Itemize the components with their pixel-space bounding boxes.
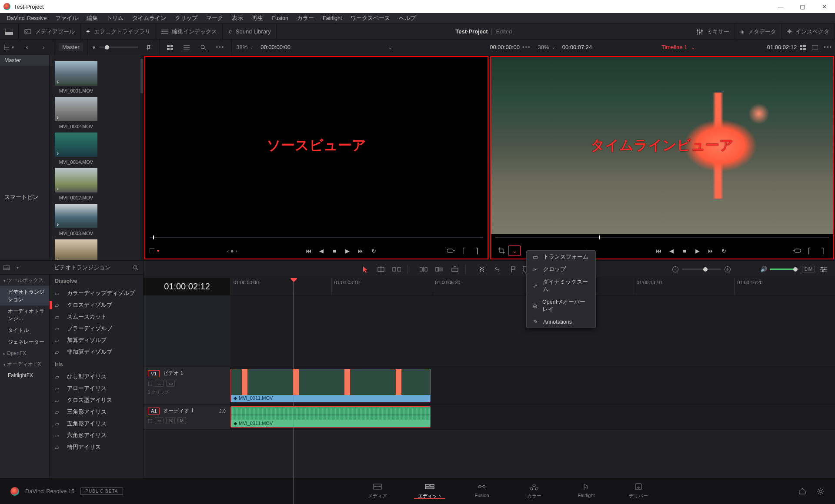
search-button[interactable] [197,42,209,53]
inspector-toggle[interactable]: ✥インスペクタ [782,24,835,39]
clip-thumb[interactable]: ♪MVI_0003.MOV [55,204,97,236]
monitor-volume[interactable]: 🔊 [760,266,800,272]
tl-match[interactable] [791,245,803,256]
tl-prev[interactable]: ◀ [665,245,678,256]
page-Fairlight[interactable]: Fairlight [560,483,612,498]
thumb-view[interactable] [164,42,176,53]
tool-link[interactable] [491,263,504,275]
src-scrubber[interactable] [145,234,488,243]
fx-item[interactable]: ▱楕円アイリス [50,441,143,453]
tl-play[interactable]: ▶ [691,245,704,256]
more-menu[interactable]: ••• [214,44,227,50]
edit-index-toggle[interactable]: 編集インデックス [156,24,223,39]
fx-item[interactable]: ▱ブラーディゾルブ [50,323,143,335]
src-mark-in[interactable]: ⎡ [458,245,470,256]
v1-auto[interactable]: ▭ [155,380,164,387]
menu-4[interactable]: タイムライン [128,13,170,23]
settings-button[interactable] [817,487,825,495]
menu-8[interactable]: 再生 [247,13,267,23]
home-button[interactable] [798,487,806,495]
dd-item[interactable]: ▭トランスフォーム [527,251,595,263]
playhead[interactable] [294,281,294,504]
src-overlay-toggle[interactable]: ▾ [150,245,162,256]
clip-thumb[interactable]: ♪MVI_0002.MOV [55,97,97,129]
list-view[interactable] [180,42,193,53]
pool-scrollbar[interactable] [140,55,143,260]
layout-toggle[interactable] [0,24,19,39]
fx-item[interactable]: ▱クロスディゾルブ [50,299,143,311]
page-デリバー[interactable]: デリバー [612,483,665,499]
src-next[interactable]: ⏭ [354,245,367,256]
src-match[interactable] [445,245,457,256]
src-play[interactable]: ▶ [341,245,354,256]
tl-mark-in[interactable]: ⎡ [804,245,816,256]
search-icon[interactable] [133,265,139,271]
dd-item[interactable]: ✂クロップ [527,263,595,276]
fx-item[interactable]: ▱六角形アイリス [50,430,143,441]
timeline-zoom[interactable]: −+ [672,266,731,272]
viewer-mode-2[interactable] [809,42,821,53]
tl-zoom[interactable]: 38% [538,44,549,50]
tl-first[interactable]: ⏮ [652,245,665,256]
fx-item[interactable]: ▱加算ディゾルブ [50,335,143,346]
tool-overwrite[interactable] [432,263,446,275]
close-button[interactable]: ✕ [813,0,835,13]
dd-item[interactable]: ⤢ダイナミックズーム [527,276,595,296]
src-prev[interactable]: ◀ [315,245,327,256]
breadcrumb-bin[interactable]: Master [59,43,83,51]
tool-replace[interactable] [448,263,462,275]
dd-item[interactable]: ✎Annotations [527,316,595,328]
page-Fusion[interactable]: Fusion [456,483,508,498]
v1-disp[interactable]: ▭ [166,380,175,387]
menu-2[interactable]: 編集 [82,13,102,23]
tree-titles[interactable]: タイトル [0,325,49,336]
tl-transform-dropdown[interactable]: ⌄ [508,245,521,256]
timeline-name[interactable]: Timeline 1 [661,44,687,50]
tool-insert[interactable] [417,263,431,275]
page-エディット[interactable]: エディット [404,483,456,499]
menu-11[interactable]: Fairlight [318,13,346,23]
bin-smart[interactable]: スマートビン [0,192,49,203]
bin-view-toggle[interactable]: ▾ [4,42,17,53]
src-first[interactable]: ⏮ [302,245,314,256]
menu-6[interactable]: マーク [202,13,227,23]
lock-icon[interactable]: ⬚ [148,381,152,386]
mixer-toggle[interactable]: ミキサー [691,24,735,39]
fx-item[interactable]: ▱ひし型アイリス [50,371,143,383]
tool-flag[interactable] [506,263,520,275]
a1-lock[interactable]: ⬚ [148,418,152,424]
src-mark-out[interactable]: ⎤ [471,245,483,256]
a1-mute[interactable]: M [177,417,186,424]
src-more[interactable]: ••• [520,44,534,50]
video-clip[interactable]: ◆MVI_0011.MOV [230,369,431,402]
tl-more[interactable]: ••• [821,44,835,50]
tree-openfx[interactable]: OpenFX [0,348,49,358]
tool-blade[interactable] [475,263,489,275]
clip-thumb[interactable]: ♪MVI_0001.MOV [55,61,97,93]
menu-0[interactable]: DaVinci Resolve [3,13,51,23]
sort-button[interactable]: ⇵ [143,42,155,53]
tl-next[interactable]: ⏭ [705,245,717,256]
metadata-toggle[interactable]: ◈メタデータ [735,24,782,39]
menu-9[interactable]: Fusion [267,13,293,23]
nav-back[interactable]: ‹ [21,42,33,53]
page-カラー[interactable]: カラー [508,483,560,499]
viewer-mode-1[interactable] [797,42,809,53]
tree-video-transition[interactable]: ビデオトランジション [0,286,49,305]
fx-item[interactable]: ▱クロス型アイリス [50,395,143,406]
tl-crop-toggle[interactable] [495,245,508,256]
fx-item[interactable]: ▱五角形アイリス [50,418,143,430]
menu-7[interactable]: 表示 [227,13,247,23]
tool-dyn-trim[interactable] [390,263,404,275]
minimize-button[interactable]: — [770,0,792,13]
v1-badge[interactable]: V1 [148,370,160,377]
menu-13[interactable]: ヘルプ [394,13,420,23]
fx-item[interactable]: ▱非加算ディゾルブ [50,346,143,358]
tool-select[interactable] [358,263,372,275]
menu-1[interactable]: ファイル [51,13,82,23]
thumb-zoom-slider[interactable]: ● [92,44,138,50]
maximize-button[interactable]: ▢ [792,0,813,13]
tl-scrubber[interactable] [491,234,833,243]
page-メディア[interactable]: メディア [351,483,404,499]
timeline-timecode[interactable]: 01:00:02:12 [144,278,230,295]
